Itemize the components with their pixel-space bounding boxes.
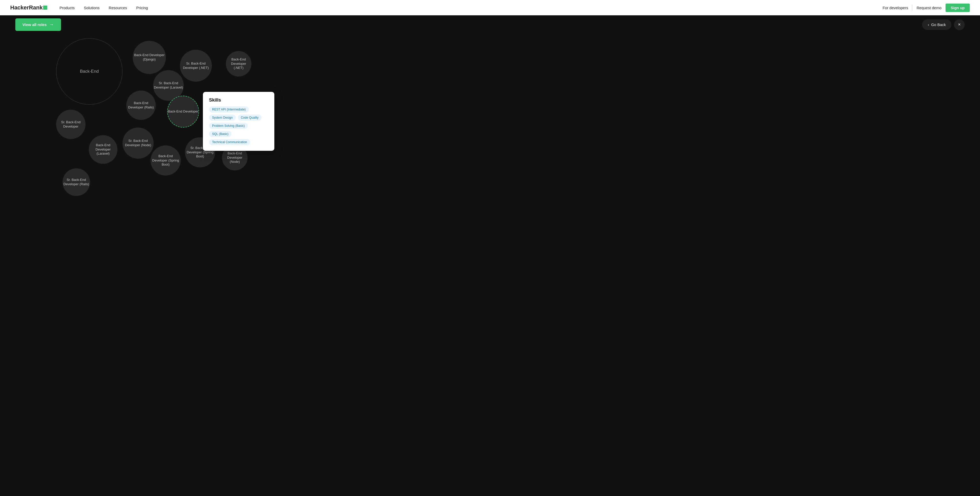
sign-up-button[interactable]: Sign up (945, 3, 970, 12)
bubble-label: Back-End Developer (Laravel) (89, 143, 118, 156)
bubble-label: Sr. Back-End Developer (.NET) (180, 62, 212, 70)
bubble-sr-be-rails[interactable]: Sr. Back-End Developer (Rails) (62, 169, 90, 196)
bubble-label: Back-End Developer (168, 110, 198, 114)
logo-text: HackerRank (10, 4, 43, 11)
navbar-actions: For developers Request demo Sign up (883, 3, 970, 12)
skill-tag-code-quality[interactable]: Code Quality (238, 114, 262, 121)
nav-pricing[interactable]: Pricing (136, 6, 148, 10)
skill-tag-problem-solving[interactable]: Problem Solving (Basic) (209, 123, 248, 129)
bubble-label: Sr. Back-End Developer (Laravel) (153, 81, 184, 90)
bubble-sr-be-node[interactable]: Sr. Back-End Developer (Node) (123, 127, 154, 159)
top-controls: View all roles → ‹ Go Back × (0, 18, 980, 31)
bubble-area: Back-End Back-End Developer (Django) Sr.… (0, 15, 980, 496)
navbar-nav: Products Solutions Resources Pricing (59, 6, 883, 10)
main-content: View all roles → ‹ Go Back × Back-End Ba… (0, 0, 980, 496)
bubble-be-django[interactable]: Back-End Developer (Django) (133, 41, 166, 74)
navbar-logo[interactable]: HackerRank (10, 4, 47, 11)
for-developers-button[interactable]: For developers (883, 6, 908, 10)
arrow-right-icon: → (49, 22, 54, 27)
skill-tags: REST API (Intermediate) System Design Co… (209, 107, 268, 145)
bubble-label: Back-End Developer (Node) (222, 151, 248, 164)
bubble-back-end-large[interactable]: Back-End (56, 38, 123, 105)
bubble-label: Back-End (80, 68, 99, 74)
bubble-sr-backend-dev[interactable]: Sr. Back-End Developer (56, 110, 86, 139)
bubble-label: Sr. Back-End Developer (56, 120, 86, 129)
bubble-be-rails[interactable]: Back-End Developer (Rails) (126, 91, 156, 120)
bubble-label: Sr. Back-End Developer (Rails) (62, 178, 90, 186)
bubble-label: Back-End Developer (.NET) (226, 57, 251, 70)
skills-popup: Skills REST API (Intermediate) System De… (203, 92, 274, 151)
close-button[interactable]: × (954, 19, 965, 30)
bubble-sr-be-net[interactable]: Sr. Back-End Developer (.NET) (180, 50, 212, 82)
navbar: HackerRank Products Solutions Resources … (0, 0, 980, 15)
go-back-label: Go Back (931, 22, 946, 27)
go-back-button[interactable]: ‹ Go Back (922, 19, 951, 30)
bubble-be-laravel[interactable]: Back-End Developer (Laravel) (89, 135, 118, 164)
skill-tag-sql[interactable]: SQL (Basic) (209, 131, 231, 137)
request-demo-button[interactable]: Request demo (916, 6, 942, 10)
bubble-be-selected[interactable]: Back-End Developer (167, 96, 199, 127)
view-all-roles-button[interactable]: View all roles → (15, 18, 61, 31)
skill-tag-system-design[interactable]: System Design (209, 114, 236, 121)
view-all-roles-label: View all roles (22, 22, 47, 27)
logo-green-box (43, 6, 47, 10)
nav-products[interactable]: Products (59, 6, 75, 10)
skills-popup-title: Skills (209, 97, 268, 103)
bubble-be-net[interactable]: Back-End Developer (.NET) (226, 51, 251, 76)
nav-solutions[interactable]: Solutions (84, 6, 100, 10)
nav-resources[interactable]: Resources (109, 6, 127, 10)
skill-tag-technical-comm[interactable]: Technical Communication (209, 139, 250, 145)
go-back-area: ‹ Go Back × (922, 19, 965, 30)
bubble-label: Back-End Developer (Spring Boot) (151, 154, 181, 167)
bubble-label: Sr. Back-End Developer (Node) (123, 139, 154, 148)
bubble-be-spring-boot[interactable]: Back-End Developer (Spring Boot) (151, 145, 181, 175)
bubble-label: Back-End Developer (Rails) (126, 101, 156, 110)
skill-tag-rest-api[interactable]: REST API (Intermediate) (209, 107, 249, 113)
bubble-label: Back-End Developer (Django) (133, 53, 166, 62)
chevron-left-icon: ‹ (928, 22, 929, 27)
